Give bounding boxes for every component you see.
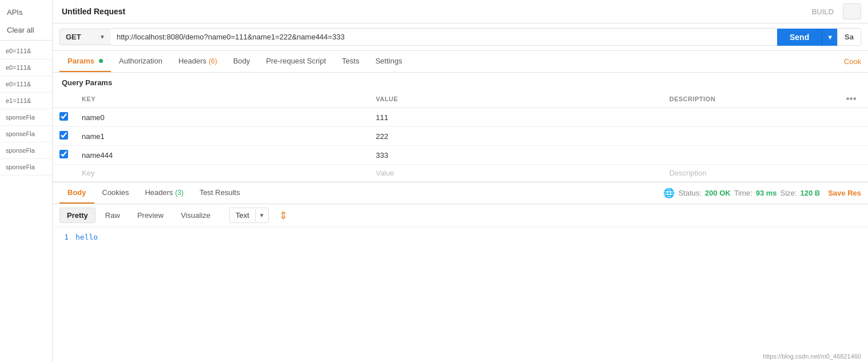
request-tabs-row: Params Authorization Headers (6) Body Pr… — [53, 51, 868, 73]
format-select-label: Text — [230, 208, 255, 222]
build-button-placeholder[interactable] — [843, 3, 861, 19]
rbody-tab-preview[interactable]: Preview — [130, 208, 171, 223]
method-select[interactable]: GET ▼ — [59, 29, 111, 45]
cookies-tab[interactable]: Cook — [844, 57, 861, 66]
footer-url: https://blog.csdn.net/m0_46821460 — [763, 353, 861, 360]
row-key-cell[interactable]: name444 — [75, 146, 369, 165]
placeholder-action-cell — [835, 165, 868, 182]
query-params-section-label: Query Params — [53, 73, 868, 90]
row-checkbox-cell[interactable] — [53, 108, 75, 127]
list-item[interactable]: e0=111& — [0, 43, 52, 59]
save-button[interactable]: Sa — [837, 28, 861, 46]
row-description-cell[interactable] — [662, 146, 834, 165]
row-description-cell[interactable] — [662, 108, 834, 127]
response-tab-headers[interactable]: Headers (3) — [137, 182, 191, 204]
code-area: 1 hello — [53, 227, 868, 351]
tab-params[interactable]: Params — [59, 51, 111, 72]
list-item[interactable]: e0=111& — [0, 59, 52, 76]
rbody-tab-visualize[interactable]: Visualize — [173, 208, 218, 223]
row-value-cell[interactable]: 111 — [369, 108, 662, 127]
list-item[interactable]: sponseFla — [0, 142, 52, 159]
tab-headers[interactable]: Headers (6) — [170, 51, 225, 72]
request-title: Untitled Request — [62, 7, 125, 16]
row-checkbox-cell[interactable] — [53, 146, 75, 165]
tab-params-label: Params — [67, 57, 94, 65]
tab-headers-badge: (6) — [209, 57, 217, 65]
response-area: Body Cookies Headers (3) Test Results 🌐 … — [53, 182, 868, 362]
status-label: Status: — [678, 189, 701, 197]
url-input[interactable] — [111, 28, 777, 46]
table-row: name1 222 — [53, 127, 868, 146]
tab-settings[interactable]: Settings — [367, 51, 410, 72]
row-value-cell[interactable]: 222 — [369, 127, 662, 146]
row-description-cell[interactable] — [662, 127, 834, 146]
placeholder-key-cell[interactable]: Key — [75, 165, 369, 182]
url-bar: GET ▼ Send ▼ Sa — [53, 23, 868, 51]
rbody-tab-pretty[interactable]: Pretty — [59, 208, 95, 223]
response-status-bar: 🌐 Status: 200 OK Time: 93 ms Size: 120 B… — [663, 188, 861, 198]
save-response-button[interactable]: Save Res — [828, 189, 861, 197]
response-tab-headers-label: Headers — [145, 188, 175, 197]
status-value: 200 OK — [705, 189, 731, 197]
rbody-tab-preview-label: Preview — [137, 211, 164, 220]
tab-tests[interactable]: Tests — [334, 51, 367, 72]
send-button[interactable]: Send — [777, 29, 822, 46]
sidebar-items: e0=111& e0=111& e0=111& e1=111& sponseFl… — [0, 41, 52, 362]
time-value: 93 ms — [756, 189, 777, 197]
list-item[interactable]: sponseFla — [0, 159, 52, 176]
method-chevron-icon: ▼ — [99, 34, 105, 40]
more-options-icon[interactable]: ••• — [842, 94, 861, 104]
list-item[interactable]: sponseFla — [0, 109, 52, 126]
main-content: Untitled Request BUILD GET ▼ Send ▼ Sa P… — [53, 0, 868, 362]
placeholder-value-cell[interactable]: Value — [369, 165, 662, 182]
row-value-cell[interactable]: 333 — [369, 146, 662, 165]
code-line: 1 hello — [53, 232, 868, 242]
tab-authorization[interactable]: Authorization — [111, 51, 170, 72]
sidebar-apis-label: APIs — [0, 0, 52, 20]
size-label: Size: — [781, 189, 797, 197]
rbody-tab-raw-label: Raw — [105, 211, 120, 220]
tab-tests-label: Tests — [342, 57, 359, 65]
row-key-cell[interactable]: name0 — [75, 108, 369, 127]
tab-body[interactable]: Body — [225, 51, 258, 72]
rbody-tab-raw[interactable]: Raw — [98, 208, 128, 223]
row-checkbox[interactable] — [59, 131, 68, 140]
method-label: GET — [66, 33, 81, 41]
clear-all-button[interactable]: Clear all — [0, 20, 52, 40]
format-select-chevron-icon: ▼ — [255, 209, 268, 221]
col-value-header: VALUE — [369, 90, 662, 108]
col-key-header: KEY — [75, 90, 369, 108]
row-checkbox[interactable] — [59, 150, 68, 158]
table-row: name444 333 — [53, 146, 868, 165]
top-section: Untitled Request BUILD GET ▼ Send ▼ Sa P… — [53, 0, 868, 182]
table-row-placeholder: Key Value Description — [53, 165, 868, 182]
response-tab-cookies[interactable]: Cookies — [94, 182, 137, 204]
footer-link: https://blog.csdn.net/m0_46821460 — [53, 351, 868, 362]
build-area: BUILD — [812, 3, 861, 19]
send-dropdown-button[interactable]: ▼ — [822, 29, 838, 46]
row-checkbox-cell[interactable] — [53, 127, 75, 146]
tab-body-label: Body — [233, 57, 250, 65]
response-tab-test-results-label: Test Results — [200, 188, 240, 197]
row-key-cell[interactable]: name1 — [75, 127, 369, 146]
wrap-button[interactable]: ⇕ — [276, 208, 291, 223]
response-tab-test-results[interactable]: Test Results — [192, 182, 248, 204]
format-select[interactable]: Text ▼ — [229, 208, 269, 223]
list-item[interactable]: sponseFla — [0, 126, 52, 142]
globe-icon: 🌐 — [663, 188, 675, 198]
row-checkbox[interactable] — [59, 112, 68, 121]
response-tab-cookies-label: Cookies — [102, 188, 129, 197]
placeholder-desc-cell[interactable]: Description — [662, 165, 834, 182]
tab-pre-request[interactable]: Pre-request Script — [258, 51, 334, 72]
list-item[interactable]: e1=111& — [0, 93, 52, 109]
tab-settings-label: Settings — [375, 57, 402, 65]
build-label: BUILD — [812, 7, 834, 16]
header-bar: Untitled Request BUILD — [53, 0, 868, 23]
list-item[interactable]: e0=111& — [0, 76, 52, 93]
response-tab-body[interactable]: Body — [59, 182, 94, 204]
params-active-dot — [99, 59, 103, 63]
row-action-cell — [835, 127, 868, 146]
table-row: name0 111 — [53, 108, 868, 127]
size-value: 120 B — [800, 189, 820, 197]
time-label: Time: — [734, 189, 752, 197]
